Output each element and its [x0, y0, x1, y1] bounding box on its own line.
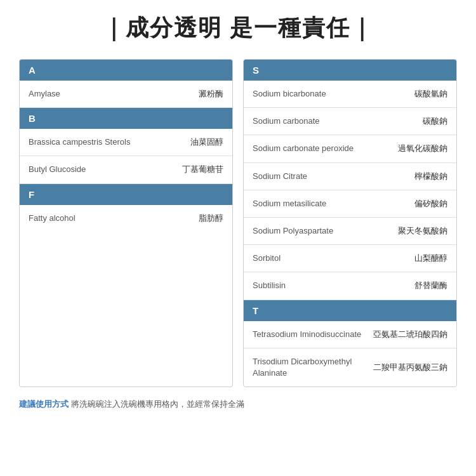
ingredient-row: Sodium Polyaspartate聚天冬氨酸鈉 [244, 218, 456, 245]
ingredient-row: Trisodium Dicarboxymethyl Alaninate二羧甲基丙… [244, 348, 456, 387]
ingredient-row: Brassica campestris Sterols油菜固醇 [20, 129, 232, 156]
page-title: ｜成分透明 是一種責任｜ [102, 13, 374, 44]
ingredient-name: Sodium carbonate [253, 116, 390, 127]
ingredient-chinese: 山梨醣醇 [390, 253, 447, 264]
ingredient-name: Sodium metasilicate [253, 198, 390, 209]
footer-text: 將洗碗碗注入洗碗機專用格內，並經常保持全滿 [69, 399, 244, 409]
ingredient-name: Amylase [29, 88, 166, 100]
ingredient-chinese: 油菜固醇 [166, 136, 223, 148]
ingredient-chinese: 聚天冬氨酸鈉 [390, 225, 447, 237]
ingredient-name: Trisodium Dicarboxymethyl Alaninate [253, 356, 373, 379]
ingredient-chinese: 亞氨基二琥珀酸四鈉 [373, 329, 447, 340]
ingredient-name: Brassica campestris Sterols [29, 136, 166, 148]
ingredient-chinese: 碳酸鈉 [390, 116, 447, 127]
ingredient-name: Tetrasodium Iminodisuccinate [253, 329, 373, 340]
ingredient-chinese: 舒替蘭酶 [390, 280, 447, 291]
ingredient-chinese: 過氧化碳酸鈉 [390, 143, 447, 154]
ingredient-name: Sodium bicarbonate [253, 88, 390, 100]
ingredient-name: Sodium Citrate [253, 171, 390, 182]
ingredient-name: Subtilisin [253, 280, 390, 291]
ingredient-chinese: 碳酸氫鈉 [390, 88, 447, 100]
section-header-a: A [20, 60, 232, 81]
section-header-s: S [244, 60, 456, 81]
ingredient-row: Sodium metasilicate偏矽酸鈉 [244, 190, 456, 218]
ingredient-row: Fatty alcohol脂肪醇 [20, 205, 232, 232]
ingredient-name: Sorbitol [253, 253, 390, 264]
ingredient-name: Sodium carbonate peroxide [253, 143, 390, 154]
section-header-f: F [20, 184, 232, 205]
ingredient-chinese: 檸檬酸鈉 [390, 171, 447, 182]
right-table: SSodium bicarbonate碳酸氫鈉Sodium carbonate碳… [243, 59, 457, 387]
ingredient-chinese: 脂肪醇 [166, 213, 223, 224]
ingredient-row: Sodium carbonate碳酸鈉 [244, 108, 456, 135]
ingredient-chinese: 偏矽酸鈉 [390, 198, 447, 209]
section-header-t: T [244, 300, 456, 321]
left-table: AAmylase澱粉酶BBrassica campestris Sterols油… [19, 59, 233, 387]
ingredient-row: Sorbitol山梨醣醇 [244, 245, 456, 272]
ingredient-chinese: 丁基葡糖苷 [166, 164, 223, 175]
ingredient-row: Sodium carbonate peroxide過氧化碳酸鈉 [244, 135, 456, 162]
tables-wrapper: AAmylase澱粉酶BBrassica campestris Sterols油… [19, 59, 457, 387]
ingredient-row: Amylase澱粉酶 [20, 81, 232, 108]
footer-note: 建議使用方式 將洗碗碗注入洗碗機專用格內，並經常保持全滿 [19, 399, 244, 410]
ingredient-chinese: 澱粉酶 [166, 88, 223, 100]
section-header-b: B [20, 108, 232, 129]
ingredient-chinese: 二羧甲基丙氨酸三鈉 [373, 362, 447, 373]
ingredient-name: Butyl Glucoside [29, 164, 166, 175]
ingredient-row: Subtilisin舒替蘭酶 [244, 272, 456, 300]
ingredient-name: Sodium Polyaspartate [253, 225, 390, 237]
ingredient-row: Sodium Citrate檸檬酸鈉 [244, 163, 456, 190]
ingredient-row: Butyl Glucoside丁基葡糖苷 [20, 156, 232, 183]
footer-highlight: 建議使用方式 [19, 399, 69, 409]
ingredient-row: Sodium bicarbonate碳酸氫鈉 [244, 81, 456, 108]
ingredient-row: Tetrasodium Iminodisuccinate亞氨基二琥珀酸四鈉 [244, 321, 456, 348]
ingredient-name: Fatty alcohol [29, 213, 166, 224]
